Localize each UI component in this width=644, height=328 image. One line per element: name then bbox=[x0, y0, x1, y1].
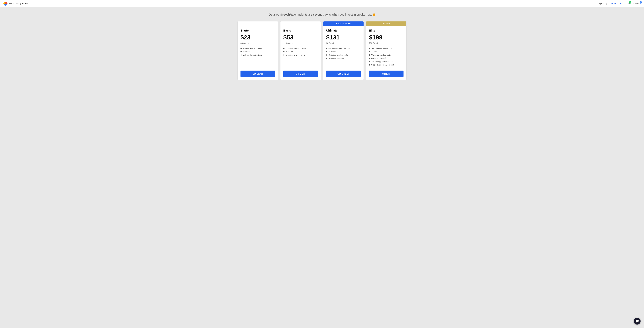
feature-bullet bbox=[369, 51, 370, 52]
feature-bullet bbox=[326, 51, 327, 52]
pricing-card-ultimate: MOST POPULARUltimate$13160 Credits60 Spe… bbox=[323, 22, 364, 80]
ultimate-credits: 60 Credits bbox=[326, 42, 361, 44]
feature-bullet bbox=[326, 58, 327, 59]
feature-text: AI Assist bbox=[286, 51, 293, 53]
elite-feature-0: 100 SpeechRater reports bbox=[369, 47, 404, 49]
elite-credits: 100 Credits bbox=[369, 42, 404, 44]
nav-account-wrapper[interactable]: Account 0 bbox=[633, 3, 640, 5]
feature-text: Slack channel 24/7 support bbox=[371, 64, 394, 66]
elite-cta-button[interactable]: Get Elite bbox=[369, 71, 404, 77]
feature-text: 12 SpeechRater™ reports bbox=[286, 47, 307, 49]
feature-text: Unlimited e-rater® bbox=[328, 57, 344, 59]
starter-badge-spacer bbox=[238, 22, 278, 26]
feature-text: Unlimited practice tests bbox=[371, 54, 390, 56]
basic-credits: 12 Credits bbox=[283, 42, 318, 44]
feature-bullet bbox=[369, 54, 370, 56]
ultimate-price: $131 bbox=[326, 34, 361, 41]
feature-bullet bbox=[369, 61, 370, 62]
cart-badge: 0 bbox=[629, 1, 631, 4]
feature-bullet bbox=[326, 54, 327, 56]
elite-features: 100 SpeechRater reportsAI AssistUnlimite… bbox=[369, 47, 404, 66]
feature-text: AI Assist bbox=[328, 51, 336, 53]
basic-feature-2: Unlimited practice tests bbox=[283, 54, 318, 56]
brand-name: My Speaking Score bbox=[9, 2, 28, 5]
feature-text: 100 SpeechRater reports bbox=[371, 47, 392, 49]
basic-body: Basic$5312 Credits12 SpeechRater™ report… bbox=[280, 26, 321, 68]
feature-text: Unlimited practice tests bbox=[243, 54, 262, 56]
brand: My Speaking Score bbox=[4, 2, 28, 6]
nav-account[interactable]: Account bbox=[633, 3, 640, 5]
starter-credits: 4 Credits bbox=[240, 42, 275, 44]
nav-links: Speaking Buy Credits Cart 0 Account 0 bbox=[599, 2, 640, 5]
ultimate-feature-1: AI Assist bbox=[326, 51, 361, 53]
basic-feature-0: 12 SpeechRater™ reports bbox=[283, 47, 318, 49]
basic-feature-1: AI Assist bbox=[283, 51, 318, 53]
elite-feature-5: Slack channel 24/7 support bbox=[369, 64, 404, 66]
pricing-grid: Starter$234 Credits4 SpeechRater™ report… bbox=[238, 22, 406, 80]
pricing-card-elite: PREMIUMElite$199100 Credits100 SpeechRat… bbox=[366, 22, 406, 80]
feature-bullet bbox=[369, 48, 370, 49]
feature-text: 60 SpeechRater™ reports bbox=[328, 47, 350, 49]
starter-footer: Get Starter bbox=[238, 68, 278, 80]
elite-body: Elite$199100 Credits100 SpeechRater repo… bbox=[366, 26, 406, 68]
starter-feature-1: AI Assist bbox=[240, 51, 275, 53]
feature-text: Unlimited practice tests bbox=[286, 54, 305, 56]
info-icon[interactable]: i bbox=[373, 13, 375, 16]
subtitle-text: Detailed SpeechRater insights are second… bbox=[269, 13, 372, 16]
chat-button[interactable]: 💬 bbox=[634, 318, 640, 324]
feature-text: Unlimited e-rater® bbox=[371, 57, 386, 59]
elite-footer: Get Elite bbox=[366, 68, 406, 80]
basic-footer: Get Basic bbox=[280, 68, 321, 80]
starter-title: Starter bbox=[240, 29, 275, 32]
account-badge: 0 bbox=[640, 1, 642, 4]
feature-bullet bbox=[283, 51, 284, 52]
basic-badge-spacer bbox=[280, 22, 321, 26]
feature-text: AI Assist bbox=[371, 51, 378, 53]
feature-text: 1:1 Strategy call with John bbox=[371, 61, 393, 63]
elite-title: Elite bbox=[369, 29, 404, 32]
nav-speaking[interactable]: Speaking bbox=[599, 3, 607, 5]
basic-cta-button[interactable]: Get Basic bbox=[283, 71, 318, 77]
starter-feature-0: 4 SpeechRater™ reports bbox=[240, 47, 275, 49]
pricing-card-starter: Starter$234 Credits4 SpeechRater™ report… bbox=[238, 22, 278, 80]
feature-bullet bbox=[326, 48, 327, 49]
elite-feature-3: Unlimited e-rater® bbox=[369, 57, 404, 59]
navbar: My Speaking Score Speaking Buy Credits C… bbox=[0, 0, 644, 7]
ultimate-footer: Get Ultimate bbox=[323, 68, 364, 80]
starter-features: 4 SpeechRater™ reportsAI AssistUnlimited… bbox=[240, 47, 275, 66]
ultimate-feature-0: 60 SpeechRater™ reports bbox=[326, 47, 361, 49]
brand-logo bbox=[4, 2, 8, 6]
elite-price: $199 bbox=[369, 34, 404, 41]
basic-price: $53 bbox=[283, 34, 318, 41]
ultimate-title: Ultimate bbox=[326, 29, 361, 32]
feature-text: AI Assist bbox=[243, 51, 250, 53]
feature-bullet bbox=[369, 58, 370, 59]
chat-icon: 💬 bbox=[636, 319, 639, 323]
ultimate-badge: MOST POPULAR bbox=[323, 22, 364, 26]
nav-cart-wrapper[interactable]: Cart 0 bbox=[626, 3, 630, 5]
elite-feature-2: Unlimited practice tests bbox=[369, 54, 404, 56]
ultimate-features: 60 SpeechRater™ reportsAI AssistUnlimite… bbox=[326, 47, 361, 66]
main-content: Detailed SpeechRater insights are second… bbox=[0, 7, 644, 86]
feature-bullet bbox=[240, 48, 242, 49]
feature-text: 4 SpeechRater™ reports bbox=[243, 47, 264, 49]
page-subtitle: Detailed SpeechRater insights are second… bbox=[269, 13, 375, 16]
ultimate-feature-3: Unlimited e-rater® bbox=[326, 57, 361, 59]
feature-bullet bbox=[283, 54, 284, 56]
ultimate-cta-button[interactable]: Get Ultimate bbox=[326, 71, 361, 77]
basic-title: Basic bbox=[283, 29, 318, 32]
feature-text: Unlimited practice tests bbox=[328, 54, 348, 56]
starter-cta-button[interactable]: Get Starter bbox=[240, 71, 275, 77]
elite-feature-4: 1:1 Strategy call with John bbox=[369, 61, 404, 63]
ultimate-feature-2: Unlimited practice tests bbox=[326, 54, 361, 56]
feature-bullet bbox=[240, 51, 242, 52]
basic-features: 12 SpeechRater™ reportsAI AssistUnlimite… bbox=[283, 47, 318, 66]
feature-bullet bbox=[283, 48, 284, 49]
elite-badge: PREMIUM bbox=[366, 22, 406, 26]
nav-buy-credits[interactable]: Buy Credits bbox=[611, 2, 622, 5]
elite-feature-1: AI Assist bbox=[369, 51, 404, 53]
starter-price: $23 bbox=[240, 34, 275, 41]
starter-body: Starter$234 Credits4 SpeechRater™ report… bbox=[238, 26, 278, 68]
pricing-card-basic: Basic$5312 Credits12 SpeechRater™ report… bbox=[280, 22, 321, 80]
starter-feature-2: Unlimited practice tests bbox=[240, 54, 275, 56]
